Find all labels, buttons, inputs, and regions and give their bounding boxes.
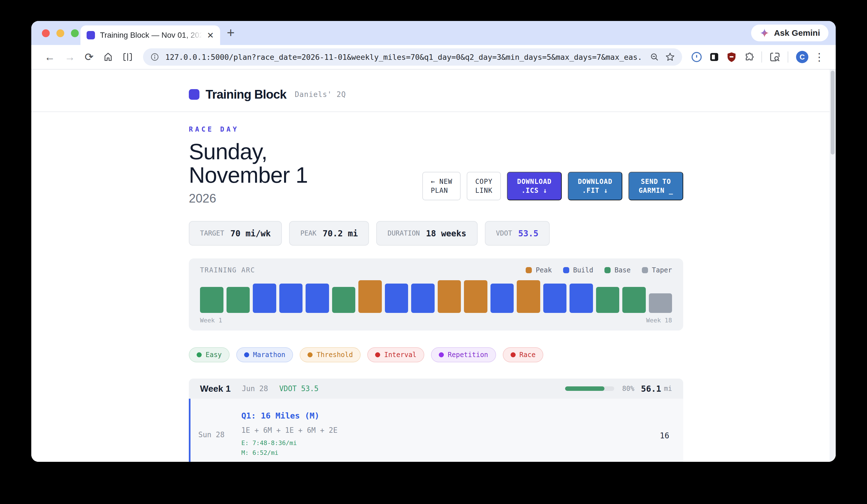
workout-row[interactable]: Sun 28 Q1: 16 Miles (M) 1E + 6M + 1E + 6… xyxy=(189,399,683,462)
week-total-miles: 56.1 xyxy=(641,384,661,394)
workout-day: Sun 28 xyxy=(191,411,232,460)
adblock-shield-extension-icon[interactable] xyxy=(726,52,737,62)
scrollbar-thumb[interactable] xyxy=(831,71,835,154)
arc-bar-week-17 xyxy=(622,287,646,313)
pace-pill-repetition[interactable]: Repetition xyxy=(431,347,496,362)
tab-close-icon[interactable]: ✕ xyxy=(207,31,214,40)
arc-bar-week-14 xyxy=(543,283,567,313)
minimize-window-button[interactable] xyxy=(56,29,64,37)
close-window-button[interactable] xyxy=(42,29,50,37)
zoom-window-button[interactable] xyxy=(71,29,79,37)
pace-label: Threshold xyxy=(317,351,353,359)
extensions-puzzle-icon[interactable] xyxy=(743,52,754,62)
hero-actions: ← NEW PLAN COPY LINK DOWNLOAD .ICS ↓ DOW… xyxy=(422,172,683,200)
pace-dot-icon xyxy=(197,352,202,357)
legend-swatch-icon xyxy=(563,267,569,273)
pace-label: Marathon xyxy=(253,351,286,359)
bookmark-star-icon[interactable] xyxy=(665,52,675,62)
workout-title: Q1: 16 Miles (M) xyxy=(241,411,660,420)
workout-description: 1E + 6M + 1E + 6M + 2E xyxy=(241,426,660,435)
copy-link-button[interactable]: COPY LINK xyxy=(467,172,501,200)
workout-total-miles: 16 xyxy=(660,431,672,440)
week-progress-fill xyxy=(565,386,604,391)
pace-pill-threshold[interactable]: Threshold xyxy=(300,347,361,362)
scrollbar-track[interactable] xyxy=(829,69,836,462)
dark-mode-extension-icon[interactable] xyxy=(709,52,719,62)
pace-label: Repetition xyxy=(448,351,488,359)
download-ics-button[interactable]: DOWNLOAD .ICS ↓ xyxy=(507,172,562,200)
ask-gemini-button[interactable]: Ask Gemini xyxy=(751,24,828,41)
arc-bar-week-9 xyxy=(411,283,435,313)
training-arc-title: TRAINING ARC xyxy=(200,266,255,274)
arc-bar-week-8 xyxy=(385,283,408,313)
site-header: Training Block Daniels' 2Q xyxy=(189,69,683,101)
race-day-label: RACE DAY xyxy=(189,126,683,133)
workout-paces: E: 7:48-8:36/miM: 6:52/mi xyxy=(241,439,660,456)
toolbar-divider xyxy=(788,51,788,63)
profile-avatar[interactable]: C xyxy=(796,51,809,63)
arc-bar-week-18 xyxy=(649,293,672,313)
workout-pace-line: E: 7:48-8:36/mi xyxy=(241,439,660,447)
browser-menu-icon[interactable]: ⋮ xyxy=(814,51,825,63)
forward-icon[interactable]: → xyxy=(65,52,75,62)
pace-pill-marathon[interactable]: Marathon xyxy=(236,347,293,362)
browser-toolbar: ← → ⟳ 127.0.0.1:5000/plan?race_date=2026… xyxy=(31,45,836,69)
arc-bar-week-12 xyxy=(491,283,514,313)
legend-label: Peak xyxy=(536,266,552,274)
reading-list-icon[interactable] xyxy=(122,52,133,62)
legend-swatch-icon xyxy=(604,267,611,273)
reload-icon[interactable]: ⟳ xyxy=(85,52,94,62)
page-viewport: Training Block Daniels' 2Q RACE DAY Sund… xyxy=(31,69,836,462)
side-panel-search-icon[interactable] xyxy=(769,51,780,63)
url-text[interactable]: 127.0.0.1:5000/plan?race_date=2026-11-01… xyxy=(165,53,644,62)
home-icon[interactable] xyxy=(103,52,113,62)
extensions-area: C ⋮ xyxy=(688,51,827,63)
password-manager-extension-icon[interactable] xyxy=(691,51,702,63)
stat-label: PEAK xyxy=(300,229,317,237)
legend-item-build: Build xyxy=(563,266,593,274)
legend-label: Taper xyxy=(652,266,672,274)
week-progress-bar xyxy=(565,386,614,391)
arc-week-start-label: Week 1 xyxy=(200,317,222,324)
new-plan-button[interactable]: ← NEW PLAN xyxy=(422,172,461,200)
training-arc-bars xyxy=(200,280,672,313)
legend-item-peak: Peak xyxy=(526,266,552,274)
arc-bar-week-10 xyxy=(438,280,461,313)
send-to-garmin-button[interactable]: SEND TO GARMIN _ xyxy=(629,172,683,200)
race-day-hero: RACE DAY Sunday, November 1 2026 ← NEW P… xyxy=(189,126,683,205)
stat-value: 53.5 xyxy=(518,228,538,238)
back-icon[interactable]: ← xyxy=(44,52,55,62)
arc-bar-week-6 xyxy=(332,287,355,313)
legend-item-taper: Taper xyxy=(642,266,672,274)
stat-label: TARGET xyxy=(200,229,224,237)
ask-gemini-label: Ask Gemini xyxy=(774,28,820,38)
legend-swatch-icon xyxy=(642,267,648,273)
browser-tab[interactable]: Training Block — Nov 01, 2026 ✕ xyxy=(81,25,220,45)
stat-label: DURATION xyxy=(387,229,420,237)
pace-dot-icon xyxy=(511,352,516,357)
url-bar[interactable]: 127.0.0.1:5000/plan?race_date=2026-11-01… xyxy=(143,48,682,66)
stat-value: 70.2 mi xyxy=(323,228,358,238)
new-tab-button[interactable]: + xyxy=(227,25,235,40)
arc-bar-week-7 xyxy=(358,280,382,313)
stat-chip-target: TARGET70 mi/wk xyxy=(189,221,282,246)
training-arc-card: TRAINING ARC PeakBuildBaseTaper Week 1 W… xyxy=(189,258,683,331)
pace-pill-race[interactable]: Race xyxy=(503,347,544,362)
browser-window: Training Block — Nov 01, 2026 ✕ + Ask Ge… xyxy=(31,21,836,462)
training-arc-legend: PeakBuildBaseTaper xyxy=(526,266,672,274)
site-info-icon[interactable] xyxy=(150,53,159,62)
zoom-out-icon[interactable] xyxy=(650,52,659,62)
legend-swatch-icon xyxy=(526,267,532,273)
week-progress-percent: 80% xyxy=(622,385,634,393)
legend-item-base: Base xyxy=(604,266,631,274)
pace-pill-interval[interactable]: Interval xyxy=(367,347,424,362)
arc-bar-week-1 xyxy=(200,287,223,313)
pace-pill-easy[interactable]: Easy xyxy=(189,347,229,362)
week-start-date: Jun 28 xyxy=(242,384,268,393)
page-content: Training Block Daniels' 2Q RACE DAY Sund… xyxy=(189,69,683,462)
arc-bar-week-16 xyxy=(596,287,620,313)
week-1-card: Week 1 Jun 28 VDOT 53.5 80% 56.1 mi Sun … xyxy=(189,378,683,462)
download-fit-button[interactable]: DOWNLOAD .FIT ↓ xyxy=(568,172,623,200)
stats-row: TARGET70 mi/wkPEAK70.2 miDURATION18 week… xyxy=(189,221,683,246)
legend-label: Build xyxy=(573,266,593,274)
